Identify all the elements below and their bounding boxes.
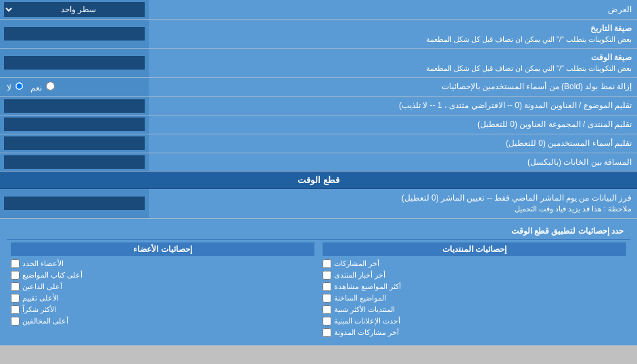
checkbox-hot-topics: المواضيع الساخنة xyxy=(323,292,626,304)
checkbox-similar-forums-input[interactable] xyxy=(323,305,331,314)
display-select[interactable]: سطر واحد سطرين xyxy=(4,2,145,17)
checkbox-most-thankful-input[interactable] xyxy=(11,305,20,314)
distance-label: المسافة بين الخانات (بالبكسل) xyxy=(149,153,637,172)
main-container: العرض سطر واحد سطرين صيغة التاريخ بعض ال… xyxy=(0,0,637,346)
bold-label: إزالة نمط بولد (Bold) من أسماء المستخدمي… xyxy=(149,78,637,96)
checkbox-hot-topics-input[interactable] xyxy=(323,294,331,303)
display-input-cell: سطر واحد سطرين xyxy=(0,0,149,19)
checkbox-top-inviters-input[interactable] xyxy=(11,282,20,291)
distance-input-cell: 2 xyxy=(0,153,149,172)
checkbox-new-members-input[interactable] xyxy=(11,259,20,268)
checkbox-most-viewed-input[interactable] xyxy=(323,282,331,291)
trim-forum-input[interactable]: 33 xyxy=(4,118,145,131)
bold-no-label: لا xyxy=(7,82,25,93)
snapshot-input-cell: 0 xyxy=(0,189,149,217)
bold-row: إزالة نمط بولد (Bold) من أسماء المستخدمي… xyxy=(0,78,637,97)
checkbox-top-posters-input[interactable] xyxy=(11,271,20,280)
time-format-row: صيغة الوقت بعض التكوينات يتطلب "/" التي … xyxy=(0,49,637,78)
snapshot-input[interactable]: 0 xyxy=(4,197,145,210)
trim-users-label: تقليم أسماء المستخدمين (0 للتعطيل) xyxy=(149,134,637,153)
bold-yes-label: نعم xyxy=(30,82,55,93)
checkbox-last-posts: أخر المشاركات xyxy=(323,258,626,269)
snapshot-label: فرز البيانات من يوم الماشر الماضي فقط --… xyxy=(149,189,637,217)
checkbox-top-violators: أعلى المخالفين xyxy=(11,315,314,327)
date-format-label: صيغة التاريخ بعض التكوينات يتطلب "/" الت… xyxy=(149,20,637,48)
trim-forum-row: تقليم المنتدى / المجموعة العناوين (0 للت… xyxy=(0,115,637,134)
date-format-input[interactable]: d-m xyxy=(4,27,145,41)
snapshot-row: فرز البيانات من يوم الماشر الماضي فقط --… xyxy=(0,189,637,218)
time-format-label: صيغة الوقت بعض التكوينات يتطلب "/" التي … xyxy=(149,49,637,77)
trim-users-input-cell: 0 xyxy=(0,134,149,153)
bold-yes-radio[interactable] xyxy=(46,82,55,90)
checkbox-top-rated-input[interactable] xyxy=(11,294,20,303)
posts-stats-header: إحصائيات المنتديات xyxy=(323,242,626,256)
trim-posts-label: تقليم الموضوع / العناوين المدونة (0 -- ا… xyxy=(149,97,637,115)
checkbox-similar-forums: المنتديات الأكثر شبية xyxy=(323,304,626,315)
trim-posts-input-cell: 33 xyxy=(0,97,149,115)
checkbox-most-thankful: الأكثر شكراً xyxy=(11,304,314,315)
checkboxes-grid: إحصائيات المنتديات أخر المشاركات أخر أخب… xyxy=(7,240,630,341)
checkbox-latest-ads: أحدث الإعلانات المبنية xyxy=(323,315,626,327)
bold-no-radio[interactable] xyxy=(15,82,24,90)
checkbox-latest-ads-input[interactable] xyxy=(323,317,331,326)
checkbox-forum-news-input[interactable] xyxy=(323,271,331,280)
date-format-row: صيغة التاريخ بعض التكوينات يتطلب "/" الت… xyxy=(0,20,637,49)
checkbox-top-inviters: أعلى الداعين xyxy=(11,281,314,292)
checkbox-last-posts-input[interactable] xyxy=(323,259,331,268)
checkbox-forum-news: أخر أخبار المنتدى xyxy=(323,269,626,281)
trim-posts-row: تقليم الموضوع / العناوين المدونة (0 -- ا… xyxy=(0,97,637,115)
posts-stats-col: إحصائيات المنتديات أخر المشاركات أخر أخب… xyxy=(318,240,630,341)
time-format-input[interactable]: H:i xyxy=(4,56,145,70)
checkbox-blog-posts: أخر مشاركات المدونة xyxy=(323,327,626,338)
cutoff-section: حدد إحصائيات لتطبيق قطع الوقت إحصائيات ا… xyxy=(0,219,637,346)
display-row: العرض سطر واحد سطرين xyxy=(0,0,637,20)
cutoff-header-label: حدد إحصائيات لتطبيق قطع الوقت xyxy=(7,223,630,239)
trim-users-input[interactable]: 0 xyxy=(4,136,145,150)
trim-posts-input[interactable]: 33 xyxy=(4,99,145,113)
display-label: العرض xyxy=(149,0,637,19)
members-stats-header: إحصائيات الأعضاء xyxy=(11,242,314,256)
members-stats-col: إحصائيات الأعضاء الأعضاء الجدد أعلى كتاب… xyxy=(7,240,318,341)
trim-users-row: تقليم أسماء المستخدمين (0 للتعطيل) 0 xyxy=(0,134,637,153)
distance-input[interactable]: 2 xyxy=(4,155,145,169)
distance-row: المسافة بين الخانات (بالبكسل) 2 xyxy=(0,153,637,172)
snapshot-section-header: قطع الوقت xyxy=(0,172,637,189)
checkbox-blog-posts-input[interactable] xyxy=(323,328,331,337)
checkbox-top-rated: الأعلى تقييم xyxy=(11,292,314,304)
checkbox-top-violators-input[interactable] xyxy=(11,317,20,326)
date-format-input-cell: d-m xyxy=(0,20,149,48)
bold-radio-group: نعم لا xyxy=(4,80,145,94)
checkbox-new-members: الأعضاء الجدد xyxy=(11,258,314,269)
bold-input-cell: نعم لا xyxy=(0,78,149,96)
checkbox-most-viewed: أكثر المواضيع مشاهدة xyxy=(323,281,626,292)
trim-forum-input-cell: 33 xyxy=(0,115,149,134)
trim-forum-label: تقليم المنتدى / المجموعة العناوين (0 للت… xyxy=(149,115,637,134)
checkbox-top-posters: أعلى كتاب المواضيع xyxy=(11,269,314,281)
time-format-input-cell: H:i xyxy=(0,49,149,77)
